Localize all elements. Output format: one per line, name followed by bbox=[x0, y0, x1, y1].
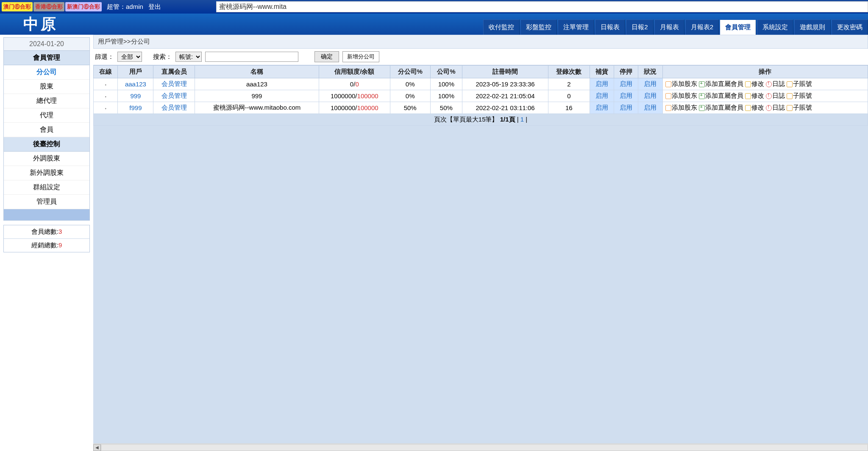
add-icon bbox=[699, 93, 705, 99]
nav-tab-10[interactable]: 更改密碼 bbox=[832, 19, 868, 35]
user-link[interactable]: 999 bbox=[130, 92, 141, 100]
add-branch-button[interactable]: 新增分公司 bbox=[342, 51, 379, 62]
lottery-tag-hk[interactable]: 香港⑥合彩 bbox=[33, 2, 64, 11]
top-search-input[interactable] bbox=[216, 1, 868, 12]
credit-cell: 1000000/100000 bbox=[319, 102, 390, 114]
edit-icon bbox=[745, 93, 751, 99]
confirm-button[interactable]: 确定 bbox=[314, 51, 339, 62]
op-sub-account[interactable]: 子賬號 bbox=[787, 80, 812, 87]
op-add-shareholder[interactable]: 添加股东 bbox=[665, 80, 697, 87]
status-toggle[interactable]: 启用 bbox=[644, 92, 657, 99]
op-add-direct[interactable]: 添加直屬會員 bbox=[699, 104, 743, 111]
sidebar-member-item-0[interactable]: 分公司 bbox=[4, 65, 89, 80]
pager-page-1[interactable]: 1 bbox=[520, 116, 524, 123]
col-header-8: 登錄次數 bbox=[548, 66, 590, 78]
nav-tabs: 收付監控彩盤監控注單管理日報表日報2月報表月報表2會員管理系統設定遊戲規則更改密… bbox=[482, 14, 868, 35]
tingya-toggle[interactable]: 启用 bbox=[620, 104, 632, 111]
horizontal-scrollbar[interactable]: ◀ bbox=[93, 443, 868, 451]
col-header-10: 停押 bbox=[614, 66, 638, 78]
buhuo-toggle[interactable]: 启用 bbox=[595, 104, 608, 111]
sidebar-member-item-4[interactable]: 會員 bbox=[4, 123, 89, 137]
subaccount-icon bbox=[787, 93, 793, 99]
branch-pct: 50% bbox=[390, 102, 430, 114]
direct-member-link[interactable]: 会员管理 bbox=[161, 80, 187, 87]
sidebar-member-item-1[interactable]: 股東 bbox=[4, 80, 89, 94]
nav-tab-4[interactable]: 日報2 bbox=[626, 19, 653, 35]
lottery-tag-macau[interactable]: 澳门⑥合彩 bbox=[2, 2, 33, 11]
name-cell: 999 bbox=[195, 90, 319, 102]
op-add-shareholder[interactable]: 添加股东 bbox=[665, 92, 697, 99]
user-link[interactable]: f999 bbox=[129, 104, 142, 111]
op-log[interactable]: 日誌 bbox=[766, 80, 785, 87]
edit-icon bbox=[745, 105, 751, 111]
sidebar-member-item-3[interactable]: 代理 bbox=[4, 108, 89, 123]
sidebar-backend-item-0[interactable]: 外調股東 bbox=[4, 152, 89, 166]
col-header-6: 公司% bbox=[430, 66, 462, 78]
login-count: 0 bbox=[548, 90, 590, 102]
total-dealers-label: 經銷總數: bbox=[31, 241, 58, 249]
login-count: 16 bbox=[548, 102, 590, 114]
col-header-7: 註冊時間 bbox=[462, 66, 548, 78]
buhuo-toggle[interactable]: 启用 bbox=[595, 92, 608, 99]
log-icon bbox=[766, 105, 772, 111]
subaccount-icon bbox=[787, 81, 793, 87]
credit-cell: 1000000/100000 bbox=[319, 90, 390, 102]
nav-tab-8[interactable]: 系統設定 bbox=[757, 19, 793, 35]
filter-select[interactable]: 全部 bbox=[117, 52, 142, 62]
table-row: •aaa123会员管理aaa1230/00%100%2023-05-19 23:… bbox=[94, 78, 868, 90]
search-type-select[interactable]: 帳號: bbox=[175, 52, 202, 62]
nav-tab-2[interactable]: 注單管理 bbox=[558, 19, 594, 35]
tingya-toggle[interactable]: 启用 bbox=[620, 92, 632, 99]
ops-cell: 添加股东添加直屬會員修改日誌子賬號 bbox=[662, 78, 868, 90]
search-label: 搜索： bbox=[153, 53, 172, 61]
nav-tab-6[interactable]: 月報表2 bbox=[685, 19, 719, 35]
sidebar-backend-item-3[interactable]: 管理員 bbox=[4, 195, 89, 209]
op-log[interactable]: 日誌 bbox=[766, 104, 785, 111]
nav-tab-5[interactable]: 月報表 bbox=[654, 19, 684, 35]
name-cell: 蜜桃源码网--www.mitaobo.com bbox=[195, 102, 319, 114]
nav-tab-1[interactable]: 彩盤監控 bbox=[520, 19, 557, 35]
log-icon bbox=[766, 81, 772, 87]
status-toggle[interactable]: 启用 bbox=[644, 80, 657, 87]
buhuo-toggle[interactable]: 启用 bbox=[595, 80, 608, 87]
col-header-9: 補貨 bbox=[590, 66, 614, 78]
op-log[interactable]: 日誌 bbox=[766, 92, 785, 99]
content: 用戶管理>>分公司 篩選： 全部 搜索： 帳號: 确定 新增分公司 在線用戶直属… bbox=[93, 35, 868, 451]
tingya-toggle[interactable]: 启用 bbox=[620, 80, 632, 87]
direct-member-link[interactable]: 会员管理 bbox=[161, 92, 187, 99]
op-edit[interactable]: 修改 bbox=[745, 92, 764, 99]
sidebar-backend-item-1[interactable]: 新外調股東 bbox=[4, 166, 89, 180]
op-add-direct[interactable]: 添加直屬會員 bbox=[699, 92, 743, 99]
op-edit[interactable]: 修改 bbox=[745, 80, 764, 87]
sidebar-backend-header: 後臺控制 bbox=[4, 137, 89, 152]
nav-tab-3[interactable]: 日報表 bbox=[595, 19, 625, 35]
reg-time: 2023-05-19 23:33:36 bbox=[462, 78, 548, 90]
online-dot: • bbox=[105, 83, 106, 87]
op-sub-account[interactable]: 子賬號 bbox=[787, 92, 812, 99]
logout-link[interactable]: 登出 bbox=[148, 3, 161, 11]
nav-tab-7[interactable]: 會員管理 bbox=[720, 19, 756, 35]
breadcrumb: 用戶管理>>分公司 bbox=[93, 35, 868, 49]
scroll-left-arrow[interactable]: ◀ bbox=[93, 444, 101, 451]
sidebar-backend-item-2[interactable]: 群組設定 bbox=[4, 180, 89, 195]
lottery-tag-newmacau[interactable]: 新澳门⑥合彩 bbox=[65, 2, 102, 11]
branch-pct: 0% bbox=[390, 90, 430, 102]
scroll-track[interactable] bbox=[101, 444, 868, 451]
sidebar-member-item-2[interactable]: 總代理 bbox=[4, 94, 89, 108]
op-add-direct[interactable]: 添加直屬會員 bbox=[699, 80, 743, 87]
nav-tab-0[interactable]: 收付監控 bbox=[483, 19, 520, 35]
col-header-0: 在線 bbox=[94, 66, 118, 78]
op-edit[interactable]: 修改 bbox=[745, 104, 764, 111]
direct-member-link[interactable]: 会员管理 bbox=[161, 104, 187, 111]
search-input[interactable] bbox=[205, 52, 298, 62]
log-icon bbox=[766, 93, 772, 99]
user-link[interactable]: aaa123 bbox=[125, 80, 146, 88]
col-header-3: 名稱 bbox=[195, 66, 319, 78]
op-add-shareholder[interactable]: 添加股东 bbox=[665, 104, 697, 111]
status-toggle[interactable]: 启用 bbox=[644, 104, 657, 111]
op-sub-account[interactable]: 子賬號 bbox=[787, 104, 812, 111]
reg-time: 2022-02-21 21:05:04 bbox=[462, 90, 548, 102]
table-row: •f999会员管理蜜桃源码网--www.mitaobo.com1000000/1… bbox=[94, 102, 868, 114]
subaccount-icon bbox=[787, 105, 793, 111]
nav-tab-9[interactable]: 遊戲規則 bbox=[794, 19, 831, 35]
